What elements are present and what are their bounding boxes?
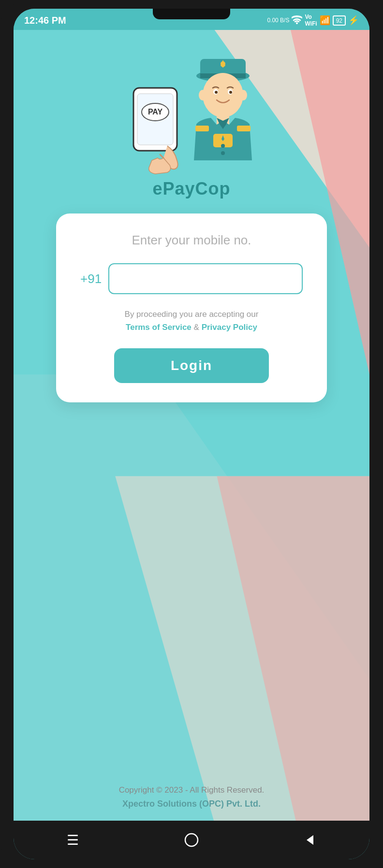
phone-device: 12:46 PM 0.00 B/S VoWiFi 📶 92 ⚡ — [0, 0, 383, 868]
nav-home-icon[interactable] — [177, 825, 206, 854]
phone-input[interactable] — [108, 263, 303, 294]
svg-point-18 — [215, 91, 218, 94]
svg-point-15 — [203, 73, 243, 117]
svg-point-28 — [221, 151, 225, 155]
login-card: Enter your mobile no. +91 By proceeding … — [56, 213, 327, 402]
status-time: 12:46 PM — [24, 15, 66, 26]
signal-icon: 📶 — [320, 15, 330, 26]
mascot-illustration: PAY — [119, 44, 264, 175]
charging-icon: ⚡ — [348, 15, 359, 26]
hero-section: PAY — [14, 30, 369, 213]
terms-of-service-link[interactable]: Terms of Service — [126, 323, 192, 332]
terms-prefix: By proceeding you are accepting our — [125, 310, 259, 319]
svg-point-21 — [239, 90, 247, 100]
app-name: ePayCop — [152, 179, 230, 199]
nav-bar: ☰ — [14, 821, 369, 859]
wifi-icon — [292, 15, 302, 26]
svg-rect-24 — [237, 126, 250, 131]
battery-level: 92 — [333, 15, 346, 26]
phone-screen: 12:46 PM 0.00 B/S VoWiFi 📶 92 ⚡ — [14, 9, 369, 859]
login-button[interactable]: Login — [114, 348, 269, 383]
svg-point-29 — [185, 834, 198, 846]
svg-rect-23 — [195, 126, 209, 131]
svg-marker-30 — [307, 835, 313, 845]
network-speed: 0.00 B/S — [267, 17, 289, 24]
network-type: VoWiFi — [305, 14, 317, 27]
nav-back-icon[interactable] — [295, 825, 324, 854]
svg-point-14 — [221, 61, 225, 66]
phone-input-row: +91 — [80, 263, 303, 294]
phone-notch — [153, 9, 230, 19]
svg-point-19 — [229, 91, 232, 94]
app-background: PAY — [14, 30, 369, 821]
footer-area: Copyright © 2023 - All Rights Reserved. … — [14, 727, 369, 821]
status-icons: 0.00 B/S VoWiFi 📶 92 ⚡ — [267, 14, 359, 27]
svg-point-20 — [199, 90, 206, 100]
company-name: Xpectro Solutions (OPC) Pvt. Ltd. — [122, 799, 261, 809]
svg-text:PAY: PAY — [148, 108, 163, 116]
terms-text: By proceeding you are accepting our Term… — [125, 308, 259, 334]
mascot-container: PAY — [114, 40, 269, 175]
card-title: Enter your mobile no. — [132, 233, 251, 248]
country-code: +91 — [80, 271, 102, 286]
nav-menu-icon[interactable]: ☰ — [59, 825, 88, 854]
svg-point-27 — [221, 144, 225, 148]
terms-amp: & — [194, 323, 202, 332]
copyright-text: Copyright © 2023 - All Rights Reserved. — [119, 785, 265, 795]
privacy-policy-link[interactable]: Privacy Policy — [202, 323, 257, 332]
